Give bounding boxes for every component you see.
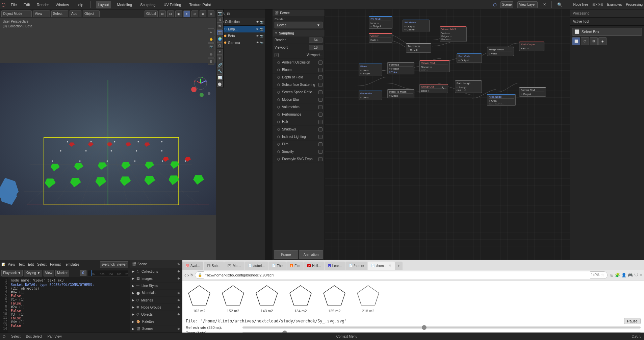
il-toggle[interactable] — [318, 135, 323, 139]
nav-forward-btn[interactable]: › — [187, 272, 189, 278]
prop-icon-view[interactable]: 👁 — [217, 23, 223, 29]
refresh-rate-slider[interactable] — [242, 326, 641, 329]
objects-item[interactable]: ▶ ⬡ Objects ⊕ — [130, 311, 182, 318]
global-local-toggle[interactable]: Global — [145, 10, 158, 17]
viewlayer-name[interactable]: View Layer — [517, 1, 537, 8]
workspace-modeling[interactable]: Modeling — [115, 1, 134, 8]
eye-icon-gamma[interactable]: 👁 — [256, 41, 259, 44]
line-styles-item[interactable]: ▶ 〰 Line Styles — [130, 283, 182, 290]
ng-add-icon[interactable]: ⊕ — [177, 306, 180, 309]
ssr-toggle[interactable] — [318, 90, 323, 94]
dof-section[interactable]: ⬡ Depth of Field — [273, 74, 325, 81]
select-box-row[interactable]: ⬜ Select Box — [572, 28, 642, 36]
view-menu-text[interactable]: View — [7, 263, 16, 266]
tab-available[interactable]: A Avai... — [182, 262, 203, 270]
node-box-16[interactable]: Area Node ○ Area 162,152,143... — [487, 94, 516, 106]
scene-edit-icon[interactable]: ✎ — [177, 262, 180, 266]
palettes-item[interactable]: ▶ 🎨 Palettes — [130, 318, 182, 325]
tab-hello[interactable]: A Hell... — [304, 262, 324, 270]
render-icon-gamma[interactable]: 📷 — [260, 41, 263, 44]
gizmo-toggle[interactable]: ⊕ — [208, 10, 214, 17]
overlay-toggle[interactable]: ⊡ — [167, 10, 174, 17]
outliner-filter-icon[interactable]: ⊡ — [227, 12, 230, 16]
volumetrics-section[interactable]: ⬡ Volumetrics — [273, 103, 325, 111]
scene-props-header[interactable]: 🎬 Eevee — [273, 9, 325, 16]
viewport-view-dropdown[interactable]: View — [33, 10, 50, 17]
more-icon[interactable]: ≡ — [640, 273, 642, 277]
snap-toggle[interactable]: ⊞ — [159, 10, 166, 17]
film-toggle[interactable] — [318, 142, 323, 146]
viewport-samples-field[interactable]: 16 — [309, 45, 323, 50]
tab-home2[interactable]: 📄 /hom... ✕ — [368, 262, 395, 270]
node-editor[interactable]: ⬡ ⬡ 🔍 Add Node — [325, 9, 570, 260]
meshes-item[interactable]: ▶ ⬡ Meshes ⊕ — [130, 297, 182, 304]
node-box-15[interactable]: Path Length ○ Length dist: 1.0 — [455, 80, 482, 93]
ambient-occlusion-section[interactable]: ⬡ Ambient Occlusion — [273, 59, 325, 66]
prop-icon-constraints[interactable]: 🔗 — [217, 62, 223, 68]
playback-dropdown[interactable]: Playback ▼ — [1, 270, 23, 276]
performance-section[interactable]: ⬡ Performance — [273, 111, 325, 118]
render-icon-beta[interactable]: 📷 — [260, 34, 263, 38]
vol-toggle[interactable] — [318, 105, 323, 109]
prop-icon-output[interactable]: 🖨 — [217, 17, 223, 23]
eye-icon-beta[interactable]: 👁 — [256, 34, 259, 38]
camera-view-btn[interactable]: 📷 — [208, 43, 214, 50]
node-box-10[interactable]: Merge Mesh ○ Verts — [487, 47, 514, 56]
scenes-item[interactable]: ▶ 🎬 Scenes ⊕ — [130, 325, 182, 333]
simplify-section[interactable]: ⬡ Simplify — [273, 148, 325, 155]
viewport-select-dropdown[interactable]: Select — [51, 10, 68, 17]
tab-home1[interactable]: 📄 /home/ — [345, 262, 368, 270]
viewport-checkbox[interactable] — [275, 53, 279, 57]
film-section[interactable]: ⬡ Film — [273, 141, 325, 148]
motion-blur-section[interactable]: ⬡ Motion Blur — [273, 96, 325, 103]
url-input[interactable] — [203, 271, 591, 279]
box-select-status[interactable]: Box Select — [26, 335, 42, 338]
tab-subscriptions[interactable]: S Sub... — [204, 262, 224, 270]
render-engine-dropdown[interactable]: Eevee ▼ — [275, 22, 323, 28]
objects-add-icon[interactable]: ⊕ — [177, 313, 180, 316]
prop-icon-scene[interactable]: 🎬 — [217, 29, 223, 35]
node-box-17[interactable]: Format Text ○ Output — [519, 87, 546, 97]
tab-learn[interactable]: L Lear... — [325, 262, 345, 270]
render-preview-btn[interactable]: ◎ — [208, 51, 214, 57]
fs-toggle[interactable] — [318, 157, 323, 161]
hair-section[interactable]: ⬡ Hair — [273, 118, 325, 126]
frame-render-btn[interactable]: Frame — [274, 250, 298, 259]
freestyle-section[interactable]: ⬡ Freestyle SVG Expo... — [273, 155, 325, 163]
collections-add-icon[interactable]: ⊕ — [177, 270, 180, 273]
nav-back-btn[interactable]: ‹ — [184, 272, 186, 278]
bloom-toggle[interactable] — [318, 68, 323, 72]
select-mode-1[interactable]: ⬜ — [572, 37, 580, 45]
grab-tool[interactable]: ✋ — [208, 36, 214, 43]
node-box-4[interactable]: Transform ○ Result — [406, 43, 431, 53]
images-add-icon[interactable]: ⊕ — [177, 277, 180, 280]
node-box-12[interactable]: Generator ○ Verts — [359, 91, 382, 100]
node-box-8[interactable]: Viewer Text Socket ○ 1234... — [419, 60, 450, 72]
window-menu[interactable]: Window — [54, 1, 70, 8]
perf-toggle[interactable] — [318, 113, 323, 117]
node-box-11[interactable]: SVG Output Path ○ — [519, 42, 544, 51]
eye-icon-emp[interactable]: 👁 — [256, 28, 259, 31]
simplify-toggle[interactable] — [318, 150, 323, 154]
keying-dropdown[interactable]: Keying ▼ — [24, 270, 42, 276]
node-box-5[interactable]: Viewer MK3 Verts ○ Edges ○ Faces ○ — [440, 26, 467, 42]
viewer-dropdown[interactable]: sverchok_viewer — [100, 261, 128, 268]
close-icon[interactable]: ✕ — [543, 2, 546, 7]
prop-icon-render[interactable]: 📷 — [217, 10, 223, 16]
prop-icon-particles[interactable]: ✦ — [217, 49, 223, 55]
templates-menu[interactable]: Templates — [63, 263, 81, 266]
scene-name[interactable]: Scene — [500, 1, 513, 8]
dof-toggle[interactable] — [318, 75, 323, 79]
zoom-slider[interactable] — [242, 332, 641, 333]
user-icon[interactable]: 👤 — [621, 273, 626, 277]
prop-icon-object[interactable]: ⬡ — [217, 42, 223, 48]
tab-elm[interactable]: E Elm — [286, 262, 304, 270]
sss-section[interactable]: ⬡ Subsurface Scattering — [273, 81, 325, 89]
images-item[interactable]: ▶ 🖼 Images ⊕ — [130, 275, 182, 282]
viewport-lock-btn[interactable]: ⊞ — [208, 58, 214, 65]
viewport-add-dropdown[interactable]: Add — [70, 10, 81, 17]
node-box-9[interactable]: Sort Verts ○ Output — [457, 53, 482, 63]
render-samples-field[interactable]: 64 — [309, 38, 323, 43]
shading-rendered[interactable]: ◉ — [200, 10, 206, 17]
node-box-7[interactable]: Formula ○ Result x = 1.0 — [387, 62, 414, 74]
